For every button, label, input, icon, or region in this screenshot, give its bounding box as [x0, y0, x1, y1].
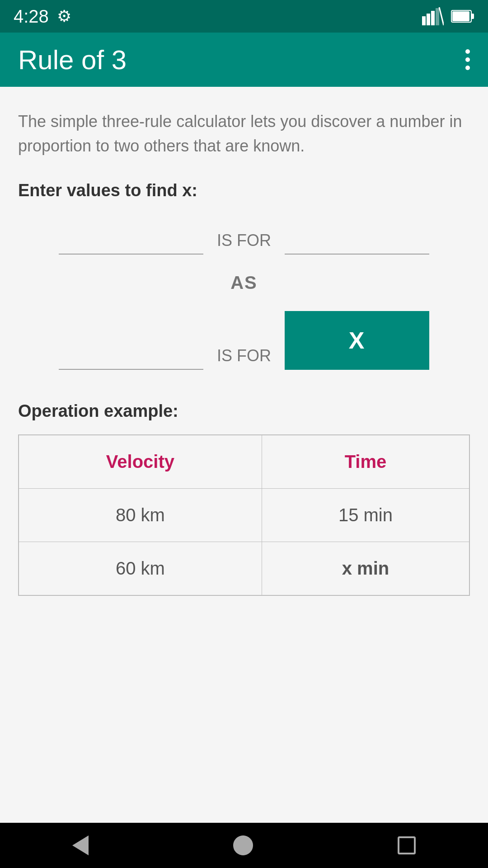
as-label: AS — [230, 273, 258, 292]
status-bar: 4:28 ⚙ — [0, 0, 488, 33]
description-text: The simple three-rule calculator lets yo… — [18, 109, 470, 158]
is-for-label-2: IS FOR — [217, 346, 271, 370]
svg-rect-3 — [436, 8, 439, 25]
table-header-row: Velocity Time — [19, 435, 469, 489]
second-row: IS FOR X — [18, 311, 470, 370]
main-content: The simple three-rule calculator lets yo… — [0, 87, 488, 823]
as-row: AS — [230, 273, 258, 293]
svg-rect-0 — [422, 16, 426, 25]
svg-rect-1 — [427, 14, 430, 25]
svg-rect-7 — [452, 11, 469, 21]
battery-icon — [451, 8, 474, 24]
home-icon — [233, 835, 253, 855]
status-left: 4:28 ⚙ — [14, 6, 71, 27]
nav-bar — [0, 823, 488, 868]
more-options-button[interactable] — [465, 46, 470, 73]
value-c-input[interactable] — [59, 343, 203, 370]
operation-example-label: Operation example: — [18, 401, 470, 421]
signal-icon — [422, 7, 444, 25]
x-min-value: x min — [262, 542, 469, 596]
svg-rect-6 — [471, 14, 474, 19]
gear-icon: ⚙ — [57, 7, 71, 26]
table-row: 60 km x min — [19, 542, 469, 596]
velocity-value-1: 80 km — [19, 489, 262, 542]
enter-label: Enter values to find x: — [18, 181, 470, 200]
calculator-form: IS FOR AS IS FOR X — [18, 227, 470, 370]
calculate-x-button[interactable]: X — [285, 311, 429, 370]
is-for-label-1: IS FOR — [217, 231, 271, 255]
status-right — [422, 7, 474, 25]
app-title: Rule of 3 — [18, 44, 127, 75]
app-bar: Rule of 3 — [0, 33, 488, 87]
back-button[interactable] — [72, 835, 89, 855]
back-icon — [72, 835, 89, 855]
recents-icon — [398, 836, 416, 854]
more-dot-2 — [465, 57, 470, 62]
velocity-header: Velocity — [19, 435, 262, 489]
example-table: Velocity Time 80 km 15 min 60 km x min — [18, 434, 470, 596]
first-row: IS FOR — [18, 227, 470, 255]
time-header: Time — [262, 435, 469, 489]
svg-line-4 — [439, 7, 444, 25]
table-row: 80 km 15 min — [19, 489, 469, 542]
home-button[interactable] — [233, 835, 253, 855]
time-value-1: 15 min — [262, 489, 469, 542]
status-time: 4:28 — [14, 6, 49, 27]
value-a-input[interactable] — [59, 227, 203, 255]
recents-button[interactable] — [398, 836, 416, 854]
velocity-value-2: 60 km — [19, 542, 262, 596]
more-dot-1 — [465, 49, 470, 54]
value-b-input[interactable] — [285, 227, 429, 255]
svg-rect-2 — [431, 11, 435, 25]
more-dot-3 — [465, 66, 470, 70]
